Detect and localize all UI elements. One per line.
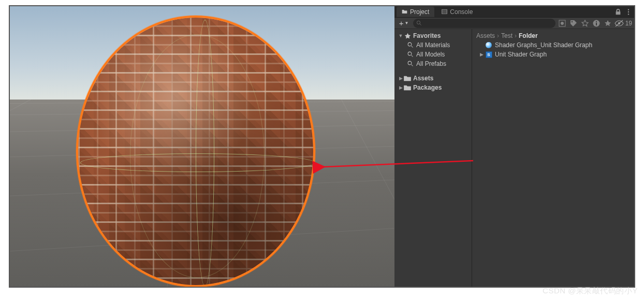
selection-outline (76, 16, 315, 287)
chevron-right-icon: › (515, 32, 517, 39)
svg-point-4 (417, 21, 420, 24)
tree-label: Packages (413, 84, 442, 91)
search-icon (407, 42, 414, 48)
editor-frame: Project Console + ▼ (9, 5, 635, 288)
tab-console[interactable]: Console (436, 7, 478, 17)
save-search-icon[interactable] (580, 19, 590, 28)
favorite-all-materials[interactable]: All Materials (394, 40, 472, 50)
svg-rect-10 (596, 21, 597, 22)
svg-point-13 (408, 52, 412, 55)
search-icon (416, 20, 422, 26)
asset-item-shadergraph[interactable]: ▶ S Unit Shader Graph (472, 50, 634, 59)
svg-point-6 (561, 22, 564, 25)
svg-point-3 (628, 13, 629, 15)
visibility-off-icon (614, 20, 624, 27)
expand-icon[interactable]: ▶ (398, 85, 404, 90)
watermark: CSDN @呆呆敲代码的小Y (543, 286, 638, 296)
favorite-star-icon[interactable] (603, 19, 612, 28)
panel-tabs: Project Console (394, 6, 634, 18)
scene-object-sphere[interactable] (76, 16, 315, 287)
breadcrumb-part[interactable]: Assets (476, 32, 495, 39)
tree-root-assets[interactable]: ▶ Assets (394, 74, 472, 83)
plus-icon: + (399, 19, 404, 27)
search-icon (407, 51, 414, 58)
info-icon[interactable] (592, 19, 601, 28)
folder-icon (402, 9, 407, 15)
create-button[interactable]: + ▼ (397, 19, 411, 28)
folder-icon (404, 84, 411, 91)
tree-label: Favorites (413, 32, 441, 39)
chevron-right-icon: › (497, 32, 499, 39)
svg-point-2 (628, 11, 629, 12)
shadergraph-icon: S (486, 51, 492, 58)
svg-point-14 (408, 61, 412, 65)
expand-icon[interactable]: ▼ (398, 33, 404, 38)
tree-label: Assets (413, 75, 433, 82)
svg-rect-9 (596, 23, 597, 25)
folder-content[interactable]: Assets › Test › Folder Shader Graphs_Uni… (472, 29, 634, 287)
svg-point-1 (628, 9, 629, 10)
breadcrumb[interactable]: Assets › Test › Folder (472, 31, 634, 40)
folder-tree[interactable]: ▼ Favorites All Materials All Models All… (394, 29, 472, 287)
favorites-header[interactable]: ▼ Favorites (394, 31, 472, 40)
project-panel: Project Console + ▼ (394, 6, 634, 287)
asset-item-material[interactable]: Shader Graphs_Unit Shader Graph (472, 40, 634, 50)
search-field[interactable] (413, 19, 555, 28)
scene-view[interactable] (10, 6, 394, 287)
search-input[interactable] (422, 20, 552, 26)
folder-icon (404, 75, 411, 81)
tree-label: All Prefabs (416, 60, 446, 67)
star-icon (404, 33, 411, 39)
expand-icon[interactable]: ▶ (478, 52, 485, 57)
expand-icon[interactable]: ▶ (398, 76, 404, 81)
console-icon (442, 9, 447, 15)
favorite-all-prefabs[interactable]: All Prefabs (394, 59, 472, 68)
lock-icon[interactable] (614, 8, 622, 16)
filter-by-label-icon[interactable] (569, 19, 578, 28)
breadcrumb-part[interactable]: Test (501, 32, 513, 39)
hidden-count-value: 19 (625, 20, 632, 27)
svg-point-12 (408, 43, 412, 46)
svg-point-7 (571, 21, 572, 22)
breadcrumb-current[interactable]: Folder (519, 32, 538, 39)
asset-name: Shader Graphs_Unit Shader Graph (495, 41, 592, 49)
material-icon (485, 41, 492, 49)
filter-by-type-icon[interactable] (558, 19, 567, 28)
asset-name: Unit Shader Graph (495, 51, 547, 58)
tree-label: All Materials (416, 41, 450, 49)
tree-root-packages[interactable]: ▶ Packages (394, 83, 472, 92)
hidden-items[interactable]: 19 (614, 20, 632, 27)
project-toolbar: + ▼ 19 (394, 18, 634, 29)
tree-label: All Models (416, 51, 445, 58)
favorite-all-models[interactable]: All Models (394, 50, 472, 59)
tab-project[interactable]: Project (397, 7, 434, 17)
search-icon (407, 61, 414, 67)
kebab-menu-icon[interactable] (625, 8, 632, 16)
tab-label: Project (410, 8, 429, 16)
chevron-down-icon: ▼ (404, 21, 408, 25)
tab-label: Console (450, 8, 473, 16)
